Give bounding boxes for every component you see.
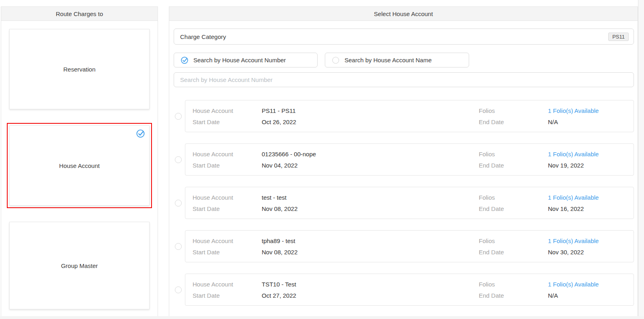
route-option-label: Reservation bbox=[63, 66, 95, 73]
select-house-account-panel: Select House Account Charge Category PS1… bbox=[169, 6, 638, 319]
circle-outline-icon bbox=[332, 56, 340, 64]
folios-label: Folios bbox=[479, 150, 548, 158]
end-date-label: End Date bbox=[479, 205, 548, 213]
route-option-label: House Account bbox=[59, 162, 100, 169]
end-date-value: Nov 16, 2022 bbox=[548, 205, 626, 213]
charge-category-chip[interactable]: PS11 bbox=[608, 33, 629, 41]
folios-available-link[interactable]: 1 Folio(s) Available bbox=[548, 194, 626, 201]
start-date-label: Start Date bbox=[193, 205, 262, 213]
start-date-value: Nov 08, 2022 bbox=[262, 205, 479, 213]
house-account-label: House Account bbox=[193, 107, 262, 115]
search-mode-option-label: Search by House Account Number bbox=[193, 57, 286, 63]
house-account-value: tpha89 - test bbox=[262, 237, 479, 245]
end-date-value: N/A bbox=[548, 292, 626, 299]
house-account-value: 01235666 - 00-nope bbox=[262, 150, 479, 158]
end-date-value: N/A bbox=[548, 118, 626, 126]
radio-unchecked-icon[interactable] bbox=[175, 200, 182, 207]
search-mode-option-search-by-house-account-number[interactable]: Search by House Account Number bbox=[174, 53, 318, 67]
folios-label: Folios bbox=[479, 107, 548, 115]
charge-category-field[interactable]: Charge Category PS11 bbox=[174, 29, 634, 45]
start-date-label: Start Date bbox=[193, 292, 262, 299]
folios-label: Folios bbox=[479, 194, 548, 201]
house-account-value: TST10 - Test bbox=[262, 280, 479, 288]
folios-available-link[interactable]: 1 Folio(s) Available bbox=[548, 150, 626, 158]
route-option-group-master[interactable]: Group Master bbox=[9, 222, 150, 309]
check-circle-icon bbox=[136, 129, 145, 138]
house-account-row: House Account tpha89 - test Folios 1 Fol… bbox=[174, 230, 634, 262]
right-panel-header: Select House Account bbox=[169, 7, 638, 21]
folios-label: Folios bbox=[479, 237, 548, 245]
route-option-reservation[interactable]: Reservation bbox=[9, 29, 150, 109]
house-account-card[interactable]: House Account TST10 - Test Folios 1 Foli… bbox=[185, 274, 634, 306]
house-account-card[interactable]: House Account PS11 - PS11 Folios 1 Folio… bbox=[185, 100, 634, 132]
house-account-label: House Account bbox=[193, 150, 262, 158]
house-account-card[interactable]: House Account 01235666 - 00-nope Folios … bbox=[185, 143, 634, 176]
right-panel-title: Select House Account bbox=[374, 10, 433, 17]
house-account-search-input[interactable] bbox=[174, 72, 634, 87]
house-account-card[interactable]: House Account test - test Folios 1 Folio… bbox=[185, 187, 634, 219]
radio-unchecked-icon[interactable] bbox=[175, 243, 182, 250]
house-account-list: House Account PS11 - PS11 Folios 1 Folio… bbox=[174, 100, 634, 306]
end-date-label: End Date bbox=[479, 248, 548, 256]
end-date-label: End Date bbox=[479, 292, 548, 299]
radio-unchecked-icon[interactable] bbox=[175, 286, 182, 293]
route-option-label: Group Master bbox=[61, 262, 98, 269]
start-date-label: Start Date bbox=[193, 118, 262, 126]
house-account-card[interactable]: House Account tpha89 - test Folios 1 Fol… bbox=[185, 230, 634, 262]
house-account-label: House Account bbox=[193, 194, 262, 201]
house-account-label: House Account bbox=[193, 280, 262, 288]
house-account-label: House Account bbox=[193, 237, 262, 245]
left-panel-header: Route Charges to bbox=[1, 7, 158, 21]
route-option-card[interactable]: House Account bbox=[9, 125, 150, 206]
radio-unchecked-icon[interactable] bbox=[175, 156, 182, 163]
start-date-value: Oct 27, 2022 bbox=[262, 292, 479, 299]
house-account-row: House Account TST10 - Test Folios 1 Foli… bbox=[174, 274, 634, 306]
search-mode-options: Search by House Account Number Search by… bbox=[174, 53, 634, 67]
check-circle-icon bbox=[180, 56, 189, 64]
route-option-card[interactable]: Reservation bbox=[9, 29, 150, 109]
search-mode-option-label: Search by House Account Name bbox=[345, 57, 432, 63]
start-date-value: Oct 26, 2022 bbox=[262, 118, 479, 126]
start-date-label: Start Date bbox=[193, 248, 262, 256]
house-account-row: House Account PS11 - PS11 Folios 1 Folio… bbox=[174, 100, 634, 132]
end-date-value: Nov 19, 2022 bbox=[548, 162, 626, 169]
folios-available-link[interactable]: 1 Folio(s) Available bbox=[548, 280, 626, 288]
house-account-value: PS11 - PS11 bbox=[262, 107, 479, 115]
vertical-scrollbar[interactable] bbox=[638, 0, 644, 319]
start-date-value: Nov 08, 2022 bbox=[262, 248, 479, 256]
end-date-label: End Date bbox=[479, 162, 548, 169]
search-mode-option-search-by-house-account-name[interactable]: Search by House Account Name bbox=[325, 53, 469, 67]
end-date-label: End Date bbox=[479, 118, 548, 126]
radio-unchecked-icon[interactable] bbox=[175, 113, 182, 120]
start-date-value: Nov 04, 2022 bbox=[262, 162, 479, 169]
folios-available-link[interactable]: 1 Folio(s) Available bbox=[548, 237, 626, 245]
folios-available-link[interactable]: 1 Folio(s) Available bbox=[548, 107, 626, 115]
right-panel-body: Charge Category PS11 Search by House Acc… bbox=[169, 21, 638, 306]
horizontal-scrollbar[interactable] bbox=[0, 316, 644, 319]
house-account-row: House Account test - test Folios 1 Folio… bbox=[174, 187, 634, 219]
end-date-value: Nov 30, 2022 bbox=[548, 248, 626, 256]
route-option-list: Reservation House Account Group Master bbox=[1, 21, 158, 309]
start-date-label: Start Date bbox=[193, 162, 262, 169]
route-option-card[interactable]: Group Master bbox=[9, 222, 150, 309]
charge-category-label: Charge Category bbox=[180, 33, 226, 40]
folios-label: Folios bbox=[479, 280, 548, 288]
left-panel-title: Route Charges to bbox=[56, 10, 103, 17]
route-charges-screen: Route Charges to Reservation House Accou… bbox=[0, 0, 644, 319]
house-account-row: House Account 01235666 - 00-nope Folios … bbox=[174, 143, 634, 176]
route-option-house-account[interactable]: House Account bbox=[7, 123, 152, 208]
route-charges-panel: Route Charges to Reservation House Accou… bbox=[1, 6, 158, 319]
house-account-value: test - test bbox=[262, 194, 479, 201]
